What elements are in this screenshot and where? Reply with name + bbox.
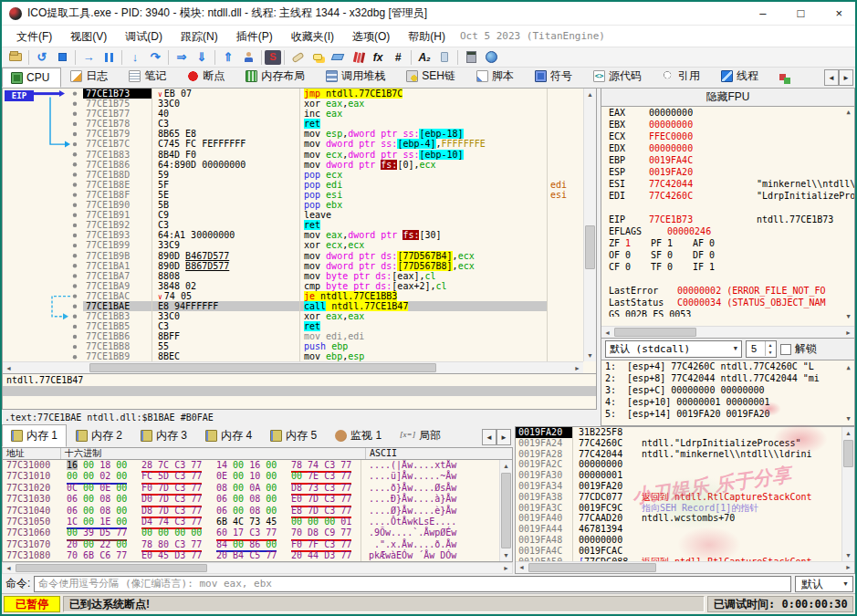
menu-item-3[interactable]: 跟踪(N) (172, 27, 227, 46)
hide-fpu-button[interactable]: 隐藏FPU (601, 89, 854, 107)
argument-row[interactable]: 2: [esp+8] 77C42044 ntdll.77C42044 "mi (601, 372, 854, 384)
disasm-row[interactable]: 77CE1B9364:A1 30000000mov eax,dword ptr … (83, 230, 583, 240)
dump-vertical-scrollbar[interactable]: ▲ ▼ (499, 460, 512, 561)
register-row[interactable]: EDI77C4260C"LdrpInitializePro (601, 190, 854, 202)
animation-button[interactable]: S (265, 50, 281, 65)
segments-row[interactable]: GS 002B FS 0053 (601, 308, 854, 317)
dump-panel[interactable]: 77C3100016 00 18 0028 7C C3 7714 00 16 0… (2, 460, 513, 562)
comments-button[interactable] (308, 48, 328, 67)
register-row[interactable]: EIP77CE1B73ntdll.77CE1B73 (601, 214, 854, 225)
dump-row[interactable]: 77C310200C 00 0E 00F0 7D C3 7708 00 0A 0… (3, 483, 512, 494)
disasm-row[interactable]: 77CE1B91C9leave (83, 210, 583, 220)
disasm-vertical-scrollbar[interactable]: ▲ ▼ (583, 89, 596, 361)
argument-row[interactable]: 3: [esp+C] 00000000 00000000 (601, 384, 854, 396)
run-button[interactable]: → (78, 48, 99, 67)
stack-row[interactable]: 0019FA2C00000000 (516, 459, 854, 470)
bookmarks-button[interactable] (348, 48, 368, 67)
run-to-user-code-button[interactable] (238, 48, 258, 67)
tab-cpu[interactable]: CPU (2, 68, 61, 88)
stack-view[interactable]: 0019FA2031B225F80019FA2477C4260Cntdll."L… (516, 427, 854, 561)
command-input[interactable]: 命令使用逗号分隔 (像汇编语言): mov eax, ebx (34, 576, 791, 592)
menu-item-6[interactable]: 选项(O) (343, 27, 399, 46)
laststatus-row[interactable]: LastStatusC0000034 (STATUS_OBJECT_NAM (601, 297, 854, 308)
tab-handles[interactable] (770, 68, 803, 88)
tab-notes[interactable]: 笔记 (120, 65, 178, 88)
menu-item-1[interactable]: 视图(V) (61, 27, 116, 46)
argument-row[interactable]: 4: [esp+10] 00000001 00000001 (601, 396, 854, 408)
stack-horizontal-scrollbar[interactable]: ◄ ► (516, 561, 854, 573)
register-row[interactable]: EBX00000000 (601, 119, 854, 131)
tab-log[interactable]: 日志 (61, 65, 120, 88)
registers-scroll-arrow[interactable]: ▲ (842, 109, 854, 116)
disasm-row[interactable]: 77CE1B73∨EB 07jmp ntdll.77CE1B7C (83, 89, 583, 99)
tab-threads[interactable]: 线程 (712, 65, 770, 88)
disasm-row[interactable]: 77CE1BB333C0xor eax,eax (83, 311, 583, 321)
registers-scroll-arrow[interactable]: ▼ (842, 313, 854, 320)
register-row[interactable]: ESP0019FA20 (601, 166, 854, 178)
title-bar[interactable]: ICO提取工具.exe - PID: 3940 - 模块: ntdll.dll … (2, 2, 855, 26)
menu-item-2[interactable]: 调试(D) (116, 27, 172, 46)
step-into-button[interactable]: ↓ (125, 48, 145, 67)
dump-row[interactable]: 77C3103006 00 08 00D0 7D C3 7706 00 08 0… (3, 494, 512, 505)
flags-row[interactable]: OF0SF0DF0 (601, 249, 854, 261)
dump-tab-scroll-left-button[interactable]: ◄ (482, 429, 496, 445)
register-row[interactable]: ESI77C42044"minkernel\\ntdll\\ (601, 178, 854, 190)
stack-row[interactable]: 0019FA4800000000 (516, 535, 854, 546)
register-row[interactable] (601, 202, 854, 214)
dump-tab-2[interactable]: 内存 3 (131, 424, 196, 447)
tab-memmap[interactable]: 内存布局 (236, 65, 317, 88)
lasterror-row[interactable]: LastError00000002 (ERROR_FILE_NOT_FO (601, 285, 854, 297)
disassembly-panel[interactable]: EIP 77CE1B73∨EB 07jmp ntdll.77CE1B7C77CE… (2, 89, 597, 374)
open-file-button[interactable] (5, 48, 26, 67)
argument-row[interactable]: 5: [esp+14] 0019FA20 0019FA20 (601, 408, 854, 420)
stack-row[interactable]: 0019FA2031B225F8 (516, 427, 854, 438)
dump-tab-scroll-right-button[interactable]: ► (496, 429, 511, 445)
stack-row[interactable]: 0019FA340019FA20 (516, 481, 854, 492)
dump-tab-1[interactable]: 内存 2 (67, 424, 131, 447)
register-row[interactable]: EDX00000000 (601, 142, 854, 154)
menu-item-5[interactable]: 收藏夹(I) (282, 27, 343, 46)
dump-tab-3[interactable]: 内存 4 (196, 424, 261, 447)
menu-item-0[interactable]: 文件(F) (7, 27, 61, 46)
analyze-button[interactable]: # (388, 48, 408, 67)
eflags-row[interactable]: EFLAGS00000246 (601, 225, 854, 237)
patches-button[interactable] (287, 48, 308, 67)
dump-horizontal-scrollbar[interactable]: ◄ ► (2, 562, 513, 574)
calling-convention-dropdown[interactable]: 默认 (stdcall)▼ (605, 340, 742, 358)
disasm-row[interactable]: 77CE1B8D59pop ecx (83, 170, 583, 180)
arguments-list[interactable]: 1: [esp+4] 77C4260C ntdll.77C4260C "L2: … (601, 360, 854, 425)
args-scroll-arrow[interactable]: ▼ (842, 413, 854, 425)
dump-tab-4[interactable]: 内存 5 (261, 424, 326, 447)
disasm-row[interactable]: 77CE1B78C3ret (83, 119, 583, 129)
disasm-row[interactable]: 77CE1B9933C9xor ecx,ecx (83, 240, 583, 250)
labels-button[interactable] (328, 48, 348, 67)
dump-row[interactable]: 77C3100016 00 18 0028 7C C3 7714 00 16 0… (3, 460, 512, 471)
stack-vertical-scrollbar[interactable]: ▲ ▼ (841, 427, 854, 561)
dump-row[interactable]: 77C310501C 00 1E 00D4 74 C3 776B 4C 73 4… (3, 517, 512, 527)
dump-row[interactable]: 77C3101000 00 02 00FC 5D C3 770E 00 10 0… (3, 471, 512, 482)
disasm-row[interactable]: 77CE1B8F5Epop esiesi (83, 190, 583, 200)
register-row[interactable]: ECXFFEC0000 (601, 131, 854, 142)
disasm-row[interactable]: 77CE1B92C3ret (83, 220, 583, 230)
calculator-button[interactable] (461, 48, 481, 67)
register-row[interactable]: EBP0019FA4C (601, 154, 854, 166)
restart-button[interactable]: ↺ (32, 48, 52, 67)
disasm-row[interactable]: 77CE1B8664:890D 00000000mov dword ptr fs… (83, 160, 583, 170)
args-scroll-arrow[interactable]: ▲ (842, 362, 854, 374)
args-count-spinner[interactable]: 5 ▲▼ (746, 340, 777, 358)
tab-breakpoint[interactable]: 断点 (178, 65, 236, 88)
flags-row[interactable]: CF0TF0IF1 (601, 261, 854, 273)
flags-row[interactable]: ZF1PF1AF0 (601, 237, 854, 249)
tab-symbols[interactable]: 符号 (526, 65, 584, 88)
stack-row[interactable]: 0019FA4C0019FCAC (516, 546, 854, 557)
stack-row[interactable]: 0019FA4446781394 (516, 524, 854, 535)
close-button[interactable]: × (835, 6, 842, 20)
attach-button[interactable] (434, 48, 455, 67)
disasm-row[interactable]: 77CE1B905Bpop ebx (83, 200, 583, 210)
command-profile-dropdown[interactable]: 默认▼ (795, 576, 853, 592)
dump-row[interactable]: 77C3107020 00 22 0078 80 C3 7784 00 86 0… (3, 539, 512, 550)
pause-button[interactable] (99, 48, 119, 67)
tab-callstack[interactable]: 调用堆栈 (317, 65, 397, 88)
menu-item-7[interactable]: 帮助(H) (399, 27, 455, 46)
dump-row[interactable]: 77C3108070 6B C6 77E0 45 D3 7720 B4 C5 7… (3, 550, 512, 561)
